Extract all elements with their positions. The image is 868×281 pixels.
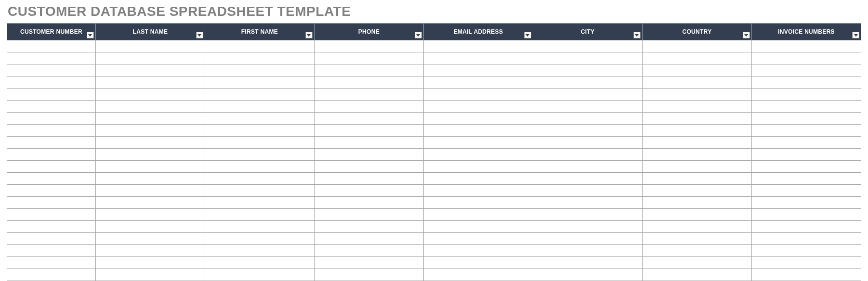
cell[interactable]: [642, 52, 751, 64]
cell[interactable]: [314, 197, 423, 209]
cell[interactable]: [423, 245, 533, 257]
cell[interactable]: [7, 137, 96, 149]
cell[interactable]: [205, 221, 314, 233]
cell[interactable]: [533, 113, 642, 125]
cell[interactable]: [642, 161, 751, 173]
cell[interactable]: [423, 209, 533, 221]
cell[interactable]: [314, 89, 423, 101]
cell[interactable]: [205, 161, 314, 173]
cell[interactable]: [533, 197, 642, 209]
filter-dropdown-icon[interactable]: [415, 32, 422, 38]
filter-dropdown-icon[interactable]: [524, 32, 531, 38]
cell[interactable]: [314, 101, 423, 113]
cell[interactable]: [7, 77, 96, 89]
cell[interactable]: [533, 257, 642, 269]
cell[interactable]: [423, 40, 533, 52]
cell[interactable]: [533, 185, 642, 197]
cell[interactable]: [7, 245, 96, 257]
cell[interactable]: [95, 197, 205, 209]
cell[interactable]: [95, 221, 205, 233]
cell[interactable]: [7, 113, 96, 125]
cell[interactable]: [642, 101, 751, 113]
cell[interactable]: [314, 233, 423, 245]
cell[interactable]: [423, 269, 533, 281]
cell[interactable]: [95, 101, 205, 113]
cell[interactable]: [205, 269, 314, 281]
cell[interactable]: [751, 245, 861, 257]
cell[interactable]: [751, 40, 861, 52]
cell[interactable]: [642, 173, 751, 185]
cell[interactable]: [423, 233, 533, 245]
cell[interactable]: [751, 101, 861, 113]
cell[interactable]: [642, 77, 751, 89]
cell[interactable]: [533, 40, 642, 52]
cell[interactable]: [533, 245, 642, 257]
cell[interactable]: [205, 77, 314, 89]
cell[interactable]: [642, 89, 751, 101]
cell[interactable]: [751, 52, 861, 64]
cell[interactable]: [205, 245, 314, 257]
cell[interactable]: [7, 101, 96, 113]
cell[interactable]: [642, 149, 751, 161]
cell[interactable]: [533, 173, 642, 185]
cell[interactable]: [533, 269, 642, 281]
cell[interactable]: [205, 173, 314, 185]
cell[interactable]: [423, 125, 533, 137]
cell[interactable]: [533, 89, 642, 101]
cell[interactable]: [314, 113, 423, 125]
cell[interactable]: [95, 40, 205, 52]
cell[interactable]: [7, 52, 96, 64]
cell[interactable]: [751, 197, 861, 209]
cell[interactable]: [314, 149, 423, 161]
cell[interactable]: [95, 149, 205, 161]
cell[interactable]: [205, 185, 314, 197]
cell[interactable]: [751, 113, 861, 125]
cell[interactable]: [7, 173, 96, 185]
cell[interactable]: [7, 185, 96, 197]
cell[interactable]: [642, 269, 751, 281]
cell[interactable]: [314, 173, 423, 185]
cell[interactable]: [205, 52, 314, 64]
cell[interactable]: [751, 185, 861, 197]
filter-dropdown-icon[interactable]: [196, 32, 203, 38]
cell[interactable]: [205, 149, 314, 161]
cell[interactable]: [205, 64, 314, 77]
cell[interactable]: [533, 64, 642, 77]
cell[interactable]: [751, 233, 861, 245]
filter-dropdown-icon[interactable]: [743, 32, 750, 38]
cell[interactable]: [314, 125, 423, 137]
cell[interactable]: [533, 52, 642, 64]
cell[interactable]: [423, 221, 533, 233]
cell[interactable]: [7, 269, 96, 281]
cell[interactable]: [7, 40, 96, 52]
cell[interactable]: [95, 185, 205, 197]
cell[interactable]: [205, 209, 314, 221]
cell[interactable]: [423, 197, 533, 209]
cell[interactable]: [642, 197, 751, 209]
cell[interactable]: [642, 137, 751, 149]
cell[interactable]: [423, 161, 533, 173]
cell[interactable]: [7, 257, 96, 269]
cell[interactable]: [95, 233, 205, 245]
cell[interactable]: [423, 149, 533, 161]
cell[interactable]: [205, 233, 314, 245]
cell[interactable]: [205, 89, 314, 101]
cell[interactable]: [95, 245, 205, 257]
cell[interactable]: [533, 101, 642, 113]
cell[interactable]: [205, 137, 314, 149]
cell[interactable]: [642, 125, 751, 137]
cell[interactable]: [7, 125, 96, 137]
filter-dropdown-icon[interactable]: [305, 32, 313, 38]
cell[interactable]: [7, 221, 96, 233]
cell[interactable]: [95, 89, 205, 101]
cell[interactable]: [314, 257, 423, 269]
cell[interactable]: [642, 245, 751, 257]
cell[interactable]: [95, 64, 205, 77]
cell[interactable]: [205, 40, 314, 52]
cell[interactable]: [314, 221, 423, 233]
cell[interactable]: [314, 161, 423, 173]
cell[interactable]: [751, 161, 861, 173]
cell[interactable]: [751, 64, 861, 77]
cell[interactable]: [205, 257, 314, 269]
cell[interactable]: [533, 125, 642, 137]
